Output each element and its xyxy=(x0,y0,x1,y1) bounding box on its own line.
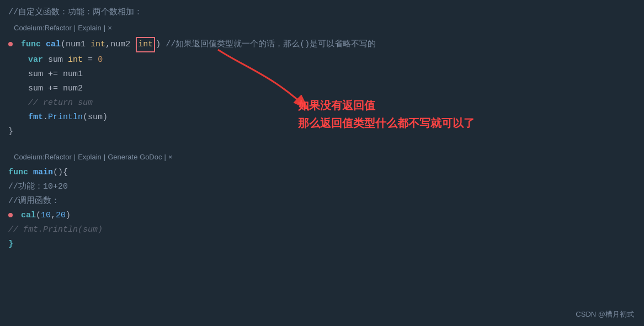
code-editor: //自定义函数：功能：两个数相加： Codeium: Refactor | Ex… xyxy=(0,0,644,326)
codeium-explain-2[interactable]: Explain xyxy=(78,151,102,164)
line-text: //调用函数： xyxy=(8,195,60,208)
line-dot xyxy=(8,42,13,46)
codeium-label-2: Codeium: xyxy=(14,151,45,164)
code-line-comment-func: //功能：10+20 xyxy=(0,180,644,194)
codeium-bar-2[interactable]: Codeium: Refactor | Explain | Generate G… xyxy=(0,149,644,165)
line-text: //自定义函数：功能：两个数相加： xyxy=(8,6,142,19)
codeium-refactor-1[interactable]: Refactor xyxy=(45,22,72,35)
codeium-label: Codeium: xyxy=(14,22,45,35)
code-line-fmt-println: fmt.Println(sum) xyxy=(0,110,644,125)
code-line-comment-return: // return sum xyxy=(0,96,644,110)
line-text: func main(){ xyxy=(8,166,68,179)
line-text: var sum int = 0 xyxy=(8,54,103,67)
code-line-comment-call: //调用函数： xyxy=(0,194,644,209)
code-line-func-cal: func cal(num1 int,num2 int) //如果返回值类型就一个… xyxy=(0,36,644,53)
code-line-brace2: } xyxy=(0,237,644,252)
code-line-var-sum: var sum int = 0 xyxy=(0,53,644,67)
line-text: fmt.Println(sum) xyxy=(8,111,108,124)
watermark: CSDN @槽月初式 xyxy=(576,309,634,319)
code-line-cal-call: cal(10,20) xyxy=(0,209,644,223)
line-text: sum += num1 xyxy=(8,68,83,81)
line-text: // return sum xyxy=(8,97,93,110)
code-line-comment-fmt: // fmt.Println(sum) xyxy=(0,223,644,237)
line-text: } xyxy=(8,238,13,251)
line-text: sum += num2 xyxy=(8,82,83,95)
codeium-close-1[interactable]: × xyxy=(108,22,112,35)
line-text: } xyxy=(8,125,13,138)
code-line-sum-num2: sum += num2 xyxy=(0,82,644,96)
codeium-close-2[interactable]: × xyxy=(168,151,173,164)
line-text: // fmt.Println(sum) xyxy=(8,223,103,237)
codeium-bar-1[interactable]: Codeium: Refactor | Explain | × xyxy=(0,20,644,36)
line-text: cal(10,20) xyxy=(21,209,71,222)
codeium-generate-godoc[interactable]: Generate GoDoc xyxy=(108,151,162,164)
empty-line-1 xyxy=(0,139,644,149)
codeium-explain-1[interactable]: Explain xyxy=(78,22,102,35)
code-line-brace1: } xyxy=(0,125,644,139)
code-line-sum-num1: sum += num1 xyxy=(0,67,644,82)
line-text: //功能：10+20 xyxy=(8,180,68,194)
code-line-func-main: func main(){ xyxy=(0,165,644,180)
codeium-refactor-2[interactable]: Refactor xyxy=(45,151,72,164)
code-line-comment1: //自定义函数：功能：两个数相加： xyxy=(0,6,644,20)
line-dot-2 xyxy=(8,213,13,217)
line-text: func cal(num1 int,num2 int) //如果返回值类型就一个… xyxy=(21,37,376,52)
